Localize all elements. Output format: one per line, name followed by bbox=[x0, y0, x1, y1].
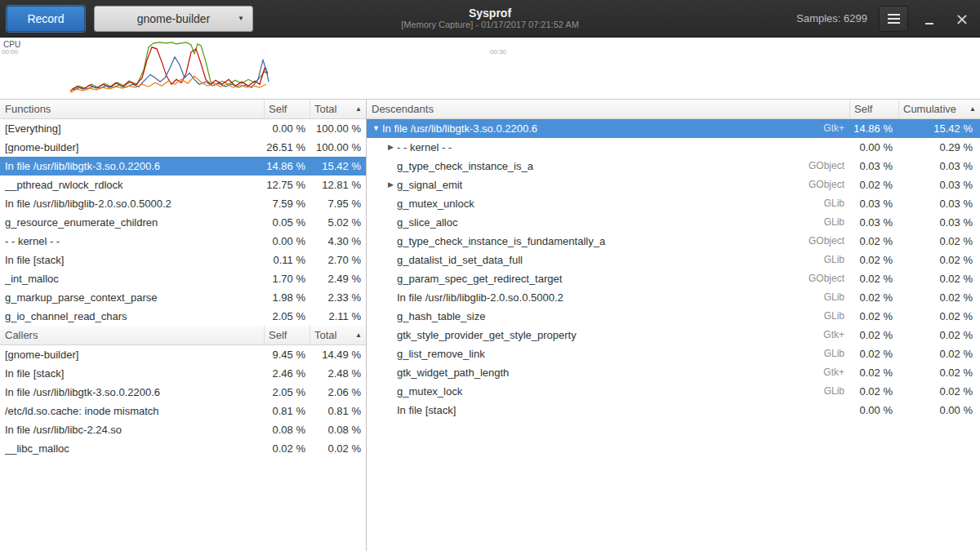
tree-row[interactable]: g_slice_allocGLib0.03 %0.03 % bbox=[367, 213, 980, 232]
time-mid-label: 00:30 bbox=[490, 48, 506, 56]
self-column-label: Self bbox=[269, 103, 287, 115]
function-name: [Everything] bbox=[0, 119, 264, 138]
process-selector-dropdown[interactable]: gnome-builder ▼ bbox=[94, 6, 253, 32]
menu-button[interactable] bbox=[879, 6, 908, 32]
functions-self-column-header[interactable]: Self bbox=[264, 100, 310, 118]
time-start-label: 00:00 bbox=[2, 48, 18, 56]
callers-total-column-header[interactable]: Total ▲ bbox=[310, 326, 366, 344]
tree-row[interactable]: g_mutex_unlockGLib0.03 %0.03 % bbox=[367, 194, 980, 213]
tree-row[interactable]: ▶g_signal_emitGObject0.02 %0.03 % bbox=[367, 176, 980, 194]
self-value: 0.02 % bbox=[849, 326, 898, 344]
cumulative-value: 0.03 % bbox=[898, 176, 980, 194]
table-row[interactable]: [Everything]0.00 %100.00 % bbox=[0, 119, 366, 138]
self-value: 2.05 % bbox=[264, 307, 310, 326]
tree-row[interactable]: g_datalist_id_set_data_fullGLib0.02 %0.0… bbox=[367, 251, 980, 269]
table-row[interactable]: /etc/ld.so.cache: inode mismatch0.81 %0.… bbox=[0, 402, 366, 420]
table-row[interactable]: [gnome-builder]9.45 %14.49 % bbox=[0, 345, 366, 364]
function-name: g_signal_emit bbox=[397, 176, 462, 194]
expander-closed-icon[interactable]: ▶ bbox=[385, 176, 397, 194]
table-row[interactable]: g_io_channel_read_chars2.05 %2.11 % bbox=[0, 307, 366, 326]
table-row[interactable]: In file /usr/lib/libc-2.24.so0.08 %0.08 … bbox=[0, 420, 366, 439]
tree-row[interactable]: ▶- - kernel - -0.00 %0.29 % bbox=[367, 138, 980, 157]
table-row[interactable]: [gnome-builder]26.51 %100.00 % bbox=[0, 138, 366, 157]
table-row[interactable]: g_resource_enumerate_children0.05 %5.02 … bbox=[0, 213, 366, 232]
functions-column-header[interactable]: Functions bbox=[0, 103, 264, 115]
tree-row[interactable]: In file [stack]0.00 %0.00 % bbox=[367, 401, 980, 420]
table-row[interactable]: __libc_malloc0.02 %0.02 % bbox=[0, 439, 366, 458]
table-row[interactable]: __pthread_rwlock_rdlock12.75 %12.81 % bbox=[0, 176, 366, 194]
callers-column-header[interactable]: Callers bbox=[0, 329, 264, 341]
total-value: 14.49 % bbox=[310, 345, 366, 364]
close-icon: × bbox=[956, 11, 969, 27]
table-row[interactable]: In file /usr/lib/libgtk-3.so.0.2200.614.… bbox=[0, 157, 366, 176]
total-value: 2.70 % bbox=[310, 251, 366, 269]
expander-closed-icon[interactable]: ▶ bbox=[385, 138, 397, 157]
self-value: 0.02 % bbox=[849, 288, 898, 307]
descendants-column-header[interactable]: Descendants bbox=[367, 103, 849, 115]
function-name: __libc_malloc bbox=[0, 439, 264, 458]
tree-row[interactable]: g_param_spec_get_redirect_targetGObject0… bbox=[367, 269, 980, 288]
function-name: - - kernel - - bbox=[0, 232, 264, 251]
tree-row[interactable]: In file /usr/lib/libglib-2.0.so.0.5000.2… bbox=[367, 288, 980, 307]
function-name: In file /usr/lib/libgtk-3.so.0.2200.6 bbox=[0, 157, 264, 176]
total-value: 7.95 % bbox=[310, 194, 366, 213]
table-row[interactable]: _int_malloc1.70 %2.49 % bbox=[0, 269, 366, 288]
self-value: 0.02 % bbox=[849, 382, 898, 401]
table-row[interactable]: In file /usr/lib/libglib-2.0.so.0.5000.2… bbox=[0, 194, 366, 213]
minimize-icon bbox=[925, 23, 933, 24]
table-row[interactable]: In file [stack]2.46 %2.48 % bbox=[0, 364, 366, 383]
function-name: g_resource_enumerate_children bbox=[0, 213, 264, 232]
cumulative-value: 0.29 % bbox=[898, 138, 980, 157]
cumulative-value: 0.03 % bbox=[898, 194, 980, 213]
callers-self-column-header[interactable]: Self bbox=[264, 326, 310, 344]
self-value: 1.98 % bbox=[264, 288, 310, 307]
chevron-down-icon: ▼ bbox=[238, 15, 244, 22]
sort-arrow-icon: ▲ bbox=[969, 105, 976, 113]
function-name: - - kernel - - bbox=[397, 138, 452, 157]
table-row[interactable]: g_markup_parse_context_parse1.98 %2.33 % bbox=[0, 288, 366, 307]
self-value: 0.02 % bbox=[849, 344, 898, 363]
tree-row[interactable]: g_type_check_instance_is_fundamentally_a… bbox=[367, 232, 980, 251]
header-right-controls: Samples: 6299 × bbox=[796, 6, 973, 32]
functions-total-column-header[interactable]: Total ▲ bbox=[310, 100, 366, 118]
cpu-graph[interactable]: CPU 00:00 00:30 bbox=[0, 38, 980, 100]
self-value: 0.05 % bbox=[264, 213, 310, 232]
table-row[interactable]: In file [stack]0.11 %2.70 % bbox=[0, 251, 366, 269]
library-badge: GLib bbox=[462, 382, 849, 401]
minimize-button[interactable] bbox=[918, 7, 941, 30]
tree-row[interactable]: ▼In file /usr/lib/libgtk-3.so.0.2200.6Gt… bbox=[367, 119, 980, 138]
cumulative-value: 0.02 % bbox=[898, 326, 980, 344]
cumulative-value: 0.03 % bbox=[898, 157, 980, 176]
table-row[interactable]: - - kernel - -0.00 %4.30 % bbox=[0, 232, 366, 251]
descendants-cumulative-column-header[interactable]: Cumulative ▲ bbox=[898, 100, 980, 118]
record-button[interactable]: Record bbox=[7, 6, 85, 32]
tree-row[interactable]: g_hash_table_sizeGLib0.02 %0.02 % bbox=[367, 307, 980, 326]
close-button[interactable]: × bbox=[951, 7, 973, 30]
tree-row[interactable]: gtk_widget_path_lengthGtk+0.02 %0.02 % bbox=[367, 363, 980, 382]
tree-row[interactable]: gtk_style_provider_get_style_propertyGtk… bbox=[367, 326, 980, 344]
self-value: 0.08 % bbox=[264, 420, 310, 439]
descendants-tree: ▼In file /usr/lib/libgtk-3.so.0.2200.6Gt… bbox=[367, 119, 980, 420]
self-column-label: Self bbox=[854, 103, 872, 115]
tree-row[interactable]: g_mutex_lockGLib0.02 %0.02 % bbox=[367, 382, 980, 401]
function-name: g_io_channel_read_chars bbox=[0, 307, 264, 326]
self-value: 2.05 % bbox=[264, 383, 310, 402]
sort-arrow-icon: ▲ bbox=[355, 105, 362, 113]
self-value: 0.00 % bbox=[264, 119, 310, 138]
tree-row[interactable]: g_list_remove_linkGLib0.02 %0.02 % bbox=[367, 344, 980, 363]
table-row[interactable]: In file /usr/lib/libgtk-3.so.0.2200.62.0… bbox=[0, 383, 366, 402]
total-value: 15.42 % bbox=[310, 157, 366, 176]
tree-row[interactable]: g_type_check_instance_is_aGObject0.03 %0… bbox=[367, 157, 980, 176]
cumulative-value: 0.02 % bbox=[898, 251, 980, 269]
expander-open-icon[interactable]: ▼ bbox=[370, 119, 382, 138]
functions-list: [Everything]0.00 %100.00 %[gnome-builder… bbox=[0, 119, 366, 326]
library-badge: GLib bbox=[523, 251, 849, 269]
function-name: g_type_check_instance_is_a bbox=[397, 157, 533, 176]
descendants-self-column-header[interactable]: Self bbox=[849, 100, 898, 118]
left-pane: Functions Self Total ▲ [Everything]0.00 … bbox=[0, 100, 367, 551]
total-value: 12.81 % bbox=[310, 176, 366, 194]
function-name: [gnome-builder] bbox=[0, 138, 264, 157]
callers-table-header: Callers Self Total ▲ bbox=[0, 326, 366, 345]
self-column-label: Self bbox=[269, 329, 287, 341]
total-value: 4.30 % bbox=[310, 232, 366, 251]
